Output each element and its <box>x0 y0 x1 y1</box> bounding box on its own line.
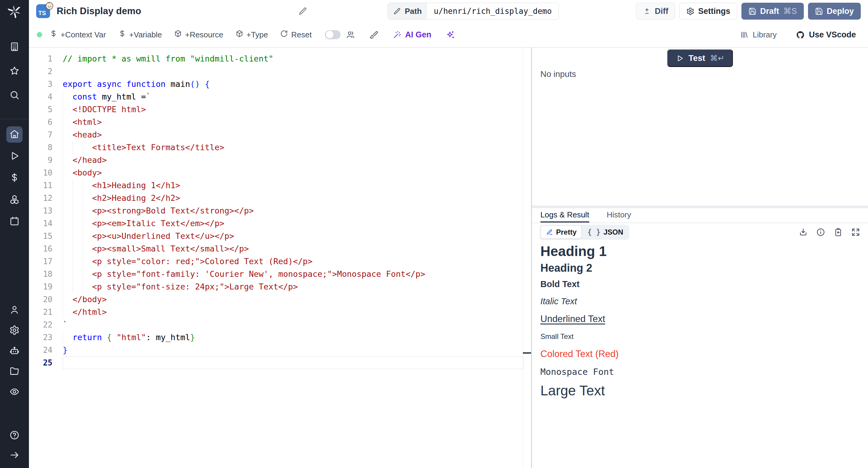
clipboard-icon[interactable] <box>834 228 843 237</box>
code-text[interactable]: <h1>Heading 1</h1> <box>63 179 180 192</box>
sidebar-item-user[interactable] <box>6 302 23 318</box>
line-number[interactable]: 2 <box>29 65 53 78</box>
line-number[interactable]: 1 <box>29 53 53 65</box>
code-text[interactable]: // import * as wmill from "windmill-clie… <box>63 53 273 65</box>
code-text[interactable]: <body> <box>63 167 102 179</box>
line-number[interactable]: 14 <box>29 217 53 230</box>
code-text[interactable]: <p><strong>Bold Text</strong></p> <box>63 204 254 217</box>
code-text[interactable]: <p><small>Small Text</small></p> <box>63 242 249 255</box>
line-number[interactable]: 23 <box>29 331 53 344</box>
code-line-6[interactable]: 6 <html> <box>29 116 531 128</box>
sidebar-item-gear[interactable] <box>6 323 23 339</box>
line-number[interactable]: 10 <box>29 167 53 179</box>
code-line-17[interactable]: 17 <p style="color: red;">Colored Text (… <box>29 255 531 268</box>
sidebar-item-home[interactable] <box>6 126 23 143</box>
code-text[interactable]: <html> <box>63 116 102 128</box>
sidebar-item-search[interactable] <box>6 87 23 104</box>
toolbar-button-add-type[interactable]: +Type <box>236 30 268 40</box>
use-vscode-button[interactable]: Use VScode <box>796 30 856 39</box>
code-line-16[interactable]: 16 <p><small>Small Text</small></p> <box>29 242 531 255</box>
code-text[interactable]: <p style="font-family: 'Courier New', mo… <box>63 268 425 281</box>
line-number[interactable]: 17 <box>29 255 53 268</box>
code-text[interactable]: } <box>63 344 67 356</box>
line-number[interactable]: 6 <box>29 116 53 128</box>
code-line-8[interactable]: 8 <title>Text Formats</title> <box>29 141 531 154</box>
code-line-25[interactable]: 25 <box>29 356 531 369</box>
horizontal-splitter[interactable] <box>532 206 868 208</box>
multiplayer-toggle[interactable] <box>325 30 341 39</box>
line-number[interactable]: 11 <box>29 179 53 192</box>
line-number[interactable]: 15 <box>29 230 53 242</box>
sidebar-item-dollar[interactable] <box>6 170 23 186</box>
sidebar-item-star[interactable] <box>6 63 23 80</box>
code-line-23[interactable]: 23 return { "html": my_html} <box>29 331 531 344</box>
code-text[interactable]: ` <box>63 318 67 331</box>
line-number[interactable]: 5 <box>29 103 53 116</box>
line-number[interactable]: 12 <box>29 192 53 204</box>
code-text[interactable]: <p style="color: red;">Colored Text (Red… <box>63 255 313 268</box>
line-number[interactable]: 20 <box>29 293 53 306</box>
diff-button[interactable]: Diff <box>636 3 675 20</box>
json-option[interactable]: { } JSON <box>583 226 628 238</box>
test-button[interactable]: Test ⌘↵ <box>667 50 733 67</box>
code-line-20[interactable]: 20 </body> <box>29 293 531 306</box>
code-text[interactable]: <!DOCTYPE html> <box>63 103 146 116</box>
sidebar-item-robot[interactable] <box>6 343 23 359</box>
sparkles-icon[interactable] <box>446 30 455 39</box>
settings-button[interactable]: Settings <box>679 3 737 20</box>
line-number[interactable]: 22 <box>29 318 53 331</box>
sidebar-item-calendar[interactable] <box>6 213 23 230</box>
code-line-1[interactable]: 1// import * as wmill from "windmill-cli… <box>29 53 531 65</box>
path-value[interactable]: u/henri/rich_display_demo <box>427 3 558 19</box>
code-line-19[interactable]: 19 <p style="font-size: 24px;">Large Tex… <box>29 281 531 293</box>
line-number[interactable]: 7 <box>29 128 53 141</box>
download-icon[interactable] <box>799 228 808 237</box>
draft-button[interactable]: Draft ⌘S <box>741 3 804 20</box>
sidebar-item-folder[interactable] <box>6 364 23 380</box>
tab-logs-and-result[interactable]: Logs & Result <box>540 208 589 223</box>
edit-summary-pencil-icon[interactable] <box>299 7 307 16</box>
tab-history[interactable]: History <box>607 208 631 223</box>
line-number[interactable]: 21 <box>29 306 53 318</box>
code-line-14[interactable]: 14 <p><em>Italic Text</em></p> <box>29 217 531 230</box>
line-number[interactable]: 9 <box>29 154 53 167</box>
line-number[interactable]: 4 <box>29 90 53 103</box>
users-icon[interactable] <box>346 30 355 39</box>
code-line-10[interactable]: 10 <body> <box>29 167 531 179</box>
line-number[interactable]: 3 <box>29 78 53 90</box>
line-number[interactable]: 13 <box>29 204 53 217</box>
code-text[interactable]: <p style="font-size: 24px;">Large Text</… <box>63 281 298 293</box>
code-text[interactable]: <p><u>Underlined Text</u></p> <box>63 230 234 242</box>
script-path-control[interactable]: Path u/henri/rich_display_demo <box>388 3 559 20</box>
code-line-12[interactable]: 12 <h2>Heading 2</h2> <box>29 192 531 204</box>
code-text[interactable]: <p><em>Italic Text</em></p> <box>63 217 224 230</box>
library-button[interactable]: Library <box>740 30 776 39</box>
line-number[interactable]: 25 <box>29 356 53 369</box>
code-text[interactable]: </head> <box>63 154 107 167</box>
line-number[interactable]: 16 <box>29 242 53 255</box>
line-number[interactable]: 18 <box>29 268 53 281</box>
toolbar-button-add-context-var[interactable]: +Context Var <box>50 30 106 40</box>
code-text[interactable]: export async function main() { <box>63 78 210 90</box>
format-brush-icon[interactable] <box>370 30 378 39</box>
sidebar-item-arrow-right[interactable] <box>6 447 23 464</box>
sidebar-item-help[interactable] <box>6 428 23 444</box>
expand-icon[interactable] <box>851 228 860 237</box>
code-text[interactable]: <head> <box>63 128 102 141</box>
code-line-11[interactable]: 11 <h1>Heading 1</h1> <box>29 179 531 192</box>
code-text[interactable]: <h2>Heading 2</h2> <box>63 192 180 204</box>
code-line-2[interactable]: 2 <box>29 65 531 78</box>
code-line-3[interactable]: 3export async function main() { <box>29 78 531 90</box>
code-line-9[interactable]: 9 </head> <box>29 154 531 167</box>
sidebar-item-play[interactable] <box>6 148 23 165</box>
code-text[interactable]: const my_html =` <box>63 90 151 103</box>
sidebar-item-building[interactable] <box>6 39 23 56</box>
code-line-18[interactable]: 18 <p style="font-family: 'Courier New',… <box>29 268 531 281</box>
code-editor[interactable]: 1// import * as wmill from "windmill-cli… <box>29 48 531 468</box>
code-text[interactable]: </body> <box>63 293 107 306</box>
code-line-21[interactable]: 21 </html> <box>29 306 531 318</box>
line-number[interactable]: 24 <box>29 344 53 356</box>
sidebar-item-cubes[interactable] <box>6 192 23 208</box>
toolbar-button-add-resource[interactable]: +Resource <box>174 30 223 40</box>
sidebar-item-eye[interactable] <box>6 384 23 401</box>
